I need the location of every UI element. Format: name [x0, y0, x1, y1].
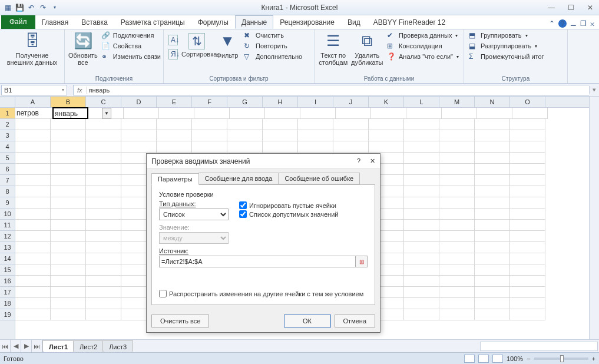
cell[interactable] [404, 309, 439, 320]
sheet-tab[interactable]: Лист3 [102, 340, 133, 352]
cell[interactable] [510, 130, 545, 141]
col-header[interactable]: I [298, 97, 333, 107]
cell[interactable] [475, 197, 510, 209]
connections-button[interactable]: 🔗Подключения [100, 31, 162, 40]
cell[interactable] [439, 130, 475, 141]
dialog-tab[interactable]: Сообщение для ввода [198, 173, 279, 184]
cell[interactable] [15, 164, 51, 175]
cell[interactable] [475, 153, 510, 164]
cell[interactable] [371, 108, 406, 119]
cell[interactable] [510, 197, 545, 209]
cell[interactable] [333, 130, 369, 141]
cell[interactable] [300, 108, 336, 119]
cell[interactable] [442, 108, 477, 119]
cell[interactable] [510, 164, 545, 175]
cell[interactable] [51, 209, 86, 220]
cell[interactable] [510, 309, 545, 320]
cell[interactable] [265, 108, 300, 119]
cell[interactable] [263, 119, 298, 130]
cell[interactable] [51, 175, 86, 186]
horizontal-scrollbar[interactable] [480, 342, 598, 351]
clear-all-button[interactable]: Очистить все [151, 315, 209, 327]
col-header[interactable]: N [475, 97, 510, 107]
cell[interactable] [439, 153, 475, 164]
cell[interactable] [230, 108, 265, 119]
inner-close-icon[interactable]: ⨉ [590, 19, 594, 28]
inner-minimize-icon[interactable]: ⚊ [570, 19, 577, 28]
cell[interactable] [15, 276, 51, 287]
formula-input[interactable] [87, 87, 589, 94]
cell[interactable] [86, 264, 121, 276]
cell[interactable] [477, 108, 512, 119]
cell[interactable] [439, 220, 475, 231]
cell[interactable] [51, 153, 86, 164]
cell[interactable] [298, 119, 333, 130]
cell[interactable] [51, 197, 86, 209]
cell[interactable] [475, 276, 510, 287]
cell[interactable] [51, 298, 86, 309]
col-header[interactable]: L [404, 97, 439, 107]
cell[interactable] [333, 119, 369, 130]
cell[interactable] [15, 175, 51, 186]
cell[interactable] [86, 242, 121, 253]
cell[interactable] [439, 242, 475, 253]
cell[interactable] [121, 130, 157, 141]
row-header[interactable]: 13 [0, 242, 15, 253]
cell[interactable] [475, 242, 510, 253]
cell[interactable] [51, 119, 86, 130]
zoom-out-button[interactable]: − [527, 355, 530, 362]
col-header[interactable]: H [263, 97, 298, 107]
ok-button[interactable]: ОК [284, 315, 331, 327]
cell[interactable] [404, 119, 439, 130]
cell[interactable] [51, 309, 86, 320]
row-header[interactable]: 17 [0, 287, 15, 298]
cell[interactable] [439, 287, 475, 298]
row-header[interactable]: 8 [0, 186, 15, 197]
cell[interactable] [86, 309, 121, 320]
cell[interactable] [510, 153, 545, 164]
row-header[interactable]: 3 [0, 130, 15, 141]
row-header[interactable]: 19 [0, 309, 15, 320]
redo-icon[interactable]: ↷ [38, 2, 48, 13]
tab-Разметка страницы[interactable]: Разметка страницы [114, 15, 191, 29]
cell[interactable] [475, 164, 510, 175]
cell[interactable] [121, 141, 157, 153]
cell[interactable] [86, 298, 121, 309]
cell[interactable] [404, 287, 439, 298]
cell[interactable] [404, 298, 439, 309]
cell[interactable] [510, 231, 545, 242]
col-header[interactable]: B [51, 97, 86, 107]
cell[interactable] [86, 153, 121, 164]
cell[interactable] [86, 119, 121, 130]
cell-dropdown-button[interactable]: ▼ [102, 108, 111, 119]
cell[interactable] [510, 220, 545, 231]
row-header[interactable]: 2 [0, 119, 15, 130]
cell[interactable] [86, 130, 121, 141]
in-cell-dropdown-checkbox[interactable]: Список допустимых значений [239, 210, 338, 218]
inner-restore-icon[interactable]: ❐ [580, 19, 587, 28]
vertical-scrollbar[interactable] [589, 97, 599, 339]
cell[interactable] [298, 130, 333, 141]
cell[interactable] [439, 197, 475, 209]
cell[interactable] [475, 298, 510, 309]
cell[interactable] [15, 287, 51, 298]
cell[interactable] [439, 231, 475, 242]
cancel-button[interactable]: Отмена [335, 315, 375, 327]
cell[interactable] [86, 164, 121, 175]
cell[interactable] [404, 164, 439, 175]
cell[interactable] [51, 242, 86, 253]
cell[interactable] [192, 130, 227, 141]
cell[interactable] [298, 141, 333, 153]
cell[interactable] [510, 298, 545, 309]
cell[interactable] [510, 119, 545, 130]
ribbon-minimize-icon[interactable]: ⌃ [549, 19, 555, 28]
cell[interactable] [51, 186, 86, 197]
minimize-icon[interactable]: — [548, 4, 555, 12]
remove-duplicates-button[interactable]: ⧉ Удалить дубликаты [351, 31, 383, 66]
consolidate-button[interactable]: ⊞Консолидация [386, 41, 460, 51]
tab-file[interactable]: Файл [1, 15, 35, 29]
cell[interactable] [157, 119, 192, 130]
cell[interactable] [510, 141, 545, 153]
cell[interactable]: январь [52, 107, 88, 119]
apply-to-same-checkbox[interactable]: Распространить изменения на другие ячейк… [159, 290, 368, 297]
